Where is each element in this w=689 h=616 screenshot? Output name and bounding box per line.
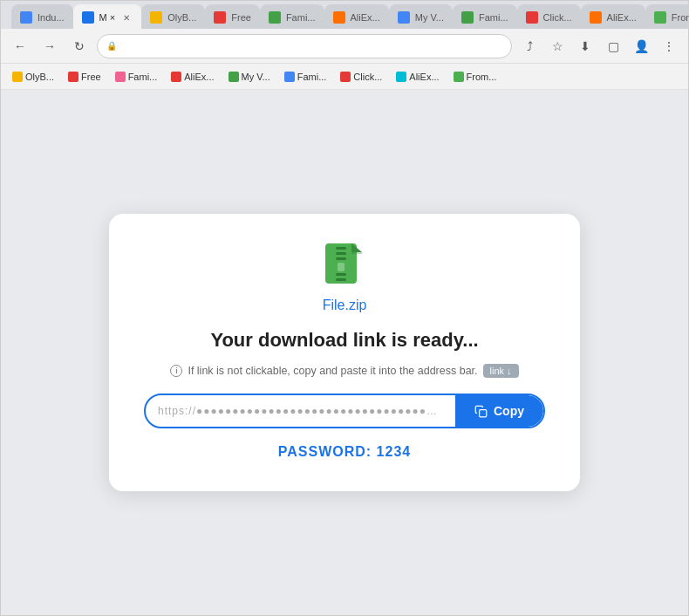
svg-rect-6 xyxy=(336,278,346,281)
tab-favicon xyxy=(590,11,602,24)
tab-favicon xyxy=(526,11,538,24)
info-text: If link is not clickable, copy and paste… xyxy=(188,365,477,377)
tab-active[interactable]: M × ✕ xyxy=(73,4,142,31)
bookmark-label: From... xyxy=(467,72,497,82)
tab-favicon xyxy=(214,11,226,24)
bookmark-favicon xyxy=(171,72,181,82)
toolbar-right: ⤴ ☆ ⬇ ▢ 👤 ⋮ xyxy=(517,34,681,58)
tab-favicon xyxy=(398,11,410,24)
password-text: PASSWORD: 1234 xyxy=(278,444,411,460)
download-card: File.zip Your download link is ready... … xyxy=(109,214,580,491)
bookmark-free[interactable]: Free xyxy=(64,70,106,84)
title-bar: Indu... M × ✕ OlyB... Free Fami... xyxy=(1,1,688,29)
lock-icon: 🔒 xyxy=(106,41,117,51)
tab-label: Indu... xyxy=(38,12,65,23)
tab-label: Click... xyxy=(543,12,572,23)
page-content: ibit.com File.zip Your down xyxy=(1,90,688,615)
bookmark-from[interactable]: From... xyxy=(449,70,501,84)
svg-rect-3 xyxy=(336,257,346,260)
bookmark-fami1[interactable]: Fami... xyxy=(111,70,162,84)
bookmark-label: Free xyxy=(81,72,101,82)
link-badge[interactable]: link ↓ xyxy=(483,364,519,378)
back-button[interactable]: ← xyxy=(8,34,32,58)
bookmark-myv[interactable]: My V... xyxy=(224,70,275,84)
tab-bar: Indu... M × ✕ OlyB... Free Fami... xyxy=(8,0,689,31)
svg-rect-1 xyxy=(336,247,346,250)
bookmark-favicon xyxy=(12,72,23,82)
url-display: https://●●●●●●●●●●●●●●●●●●●●●●●●●●●●●●●●… xyxy=(146,396,455,426)
tab-label: Free xyxy=(231,12,251,23)
bookmark-favicon xyxy=(115,72,126,82)
tab-label: From... xyxy=(672,12,689,23)
forward-button[interactable]: → xyxy=(38,34,62,58)
tab-from[interactable]: From... xyxy=(645,4,689,31)
info-row: i If link is not clickable, copy and pas… xyxy=(170,364,518,378)
bookmark-favicon xyxy=(68,72,78,82)
bookmark-aliex2[interactable]: AliEx... xyxy=(392,70,443,84)
download-arrow-icon: ↓ xyxy=(507,366,512,376)
bookmark-button[interactable]: ☆ xyxy=(545,34,570,58)
url-box[interactable]: 🔒 xyxy=(97,34,512,58)
refresh-button[interactable]: ↻ xyxy=(67,34,92,58)
menu-button[interactable]: ⋮ xyxy=(657,34,681,58)
bookmark-favicon xyxy=(340,72,351,82)
browser-window: Indu... M × ✕ OlyB... Free Fami... xyxy=(0,0,689,616)
copy-icon xyxy=(474,405,488,418)
url-input-row: https://●●●●●●●●●●●●●●●●●●●●●●●●●●●●●●●●… xyxy=(144,394,545,428)
bookmark-aliex1[interactable]: AliEx... xyxy=(167,70,218,84)
tab-label: AliEx... xyxy=(607,12,637,23)
svg-rect-8 xyxy=(480,409,487,416)
tab-fami2[interactable]: Fami... xyxy=(453,4,517,31)
tab-myv[interactable]: My V... xyxy=(389,4,453,31)
tab-label: Fami... xyxy=(286,12,316,23)
profile-button[interactable]: 👤 xyxy=(629,34,653,58)
bookmark-label: AliEx... xyxy=(409,72,439,82)
download-button[interactable]: ⬇ xyxy=(573,34,597,58)
bookmark-label: AliEx... xyxy=(184,72,214,82)
bookmark-label: Fami... xyxy=(297,72,327,82)
window-button[interactable]: ▢ xyxy=(601,34,625,58)
tab-favicon xyxy=(20,11,32,24)
bookmark-favicon xyxy=(396,72,406,82)
tab-fami1[interactable]: Fami... xyxy=(260,4,324,31)
tab-click[interactable]: Click... xyxy=(517,4,581,31)
copy-button[interactable]: Copy xyxy=(455,395,543,427)
tab-favicon xyxy=(654,11,666,24)
tab-label: My V... xyxy=(415,12,444,23)
tab-close-btn[interactable]: ✕ xyxy=(120,11,133,24)
tab-indu[interactable]: Indu... xyxy=(11,4,73,31)
svg-rect-4 xyxy=(338,263,344,271)
tab-favicon xyxy=(333,11,345,24)
share-button[interactable]: ⤴ xyxy=(517,34,542,58)
bookmark-favicon xyxy=(229,72,239,82)
tab-free[interactable]: Free xyxy=(205,4,260,31)
svg-rect-2 xyxy=(336,252,346,255)
tab-label: M × xyxy=(99,12,116,23)
tab-olyb[interactable]: OlyB... xyxy=(141,4,205,31)
file-name-link[interactable]: File.zip xyxy=(323,298,367,313)
bookmarks-bar: OlyB... Free Fami... AliEx... My V... Fa… xyxy=(1,64,688,90)
svg-rect-5 xyxy=(336,273,346,276)
bookmark-click[interactable]: Click... xyxy=(336,70,386,84)
bookmark-fami2[interactable]: Fami... xyxy=(280,70,331,84)
svg-rect-7 xyxy=(351,252,362,254)
tab-favicon xyxy=(269,11,281,24)
tab-favicon xyxy=(82,11,94,24)
bookmark-favicon xyxy=(454,72,464,82)
address-bar: ← → ↻ 🔒 ⤴ ☆ ⬇ ▢ 👤 ⋮ xyxy=(1,29,688,64)
info-icon: i xyxy=(170,365,182,377)
bookmark-favicon xyxy=(284,72,295,82)
tab-label: OlyB... xyxy=(167,12,196,23)
bookmark-label: Fami... xyxy=(128,72,158,82)
tab-aliex2[interactable]: AliEx... xyxy=(581,4,645,31)
tab-favicon xyxy=(150,11,162,24)
tab-label: AliEx... xyxy=(351,12,380,23)
copy-label: Copy xyxy=(494,404,524,418)
tab-aliex1[interactable]: AliEx... xyxy=(324,4,389,31)
ready-title: Your download link is ready... xyxy=(210,329,478,352)
bookmark-label: OlyB... xyxy=(25,72,54,82)
zip-file-icon xyxy=(320,240,369,289)
bookmark-label: My V... xyxy=(242,72,270,82)
tab-label: Fami... xyxy=(479,12,508,23)
bookmark-olyb[interactable]: OlyB... xyxy=(8,70,58,84)
